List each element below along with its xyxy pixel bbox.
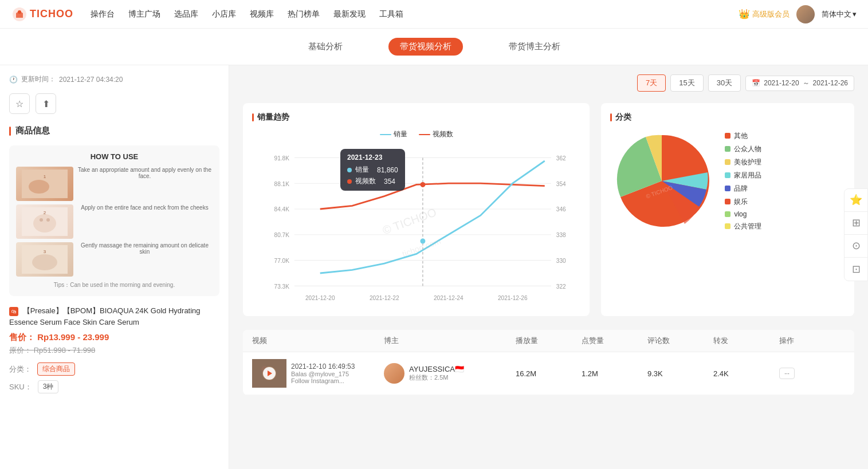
update-time: 🕐 更新时间： 2021-12-27 04:34:20 bbox=[9, 74, 219, 84]
blogger-details: AYUJESSICA🇮🇩 粉丝数：2.5M bbox=[409, 365, 464, 382]
legend-item-home: 家居用品 bbox=[725, 171, 761, 180]
play-icon bbox=[268, 371, 272, 376]
how-to-use-title: HOW TO USE bbox=[16, 152, 213, 161]
svg-point-7 bbox=[40, 218, 43, 222]
play-button[interactable] bbox=[263, 367, 276, 380]
svg-text:338: 338 bbox=[556, 232, 566, 238]
tab-video-analysis[interactable]: 带货视频分析 bbox=[388, 38, 463, 56]
plays-value: 16.2M bbox=[516, 369, 582, 378]
svg-point-3 bbox=[29, 180, 49, 194]
nav-link-rankings[interactable]: 热门榜单 bbox=[288, 9, 320, 19]
chart-legend: 销量 视频数 bbox=[252, 129, 580, 139]
pie-chart-svg: © TICHOO bbox=[610, 129, 713, 232]
legend-item-vlog: vlog bbox=[725, 210, 761, 218]
chevron-down-icon: ▾ bbox=[853, 10, 857, 18]
filter-30days[interactable]: 30天 bbox=[708, 74, 741, 92]
edge-qr-icon[interactable]: ⊡ bbox=[845, 258, 867, 281]
original-price: 原价： Rp51.998 - 71.998 bbox=[9, 345, 219, 356]
nav-link-discover[interactable]: 最新发现 bbox=[333, 9, 366, 19]
right-content: 7天 15天 30天 📅 2021-12-20 ～ 2021-12-26 销量趋… bbox=[229, 65, 868, 469]
sku-row: SKU： 3种 bbox=[9, 380, 219, 393]
step-2: 2 Apply on the entire face and neck from… bbox=[16, 204, 213, 239]
product-info-title: 商品信息 bbox=[9, 125, 219, 136]
svg-point-6 bbox=[33, 214, 56, 232]
legend-item-public: 公众人物 bbox=[725, 144, 761, 154]
step-2-image: 2 bbox=[16, 204, 73, 239]
filter-row: 7天 15天 30天 📅 2021-12-20 ～ 2021-12-26 bbox=[243, 74, 854, 92]
avatar[interactable] bbox=[796, 5, 815, 23]
nav-link-products[interactable]: 选品库 bbox=[174, 9, 198, 19]
share-button[interactable]: ⬆ bbox=[36, 93, 56, 114]
step-2-text: Apply on the entire face and neck from t… bbox=[77, 204, 213, 211]
entertainment-dot bbox=[725, 199, 730, 204]
date-range[interactable]: 📅 2021-12-20 ～ 2021-12-26 bbox=[745, 76, 854, 91]
blogger-avatar bbox=[384, 363, 404, 384]
action-icons: ☆ ⬆ bbox=[9, 93, 219, 114]
svg-text:354: 354 bbox=[556, 181, 566, 187]
likes-value: 1.2M bbox=[582, 369, 647, 378]
tabs-row: 基础分析 带货视频分析 带货博主分析 bbox=[0, 29, 868, 65]
product-name: 🛍 【Presale】【BPOM】BIOAQUA 24K Gold Hydrat… bbox=[9, 305, 219, 328]
category-row: 分类： 综合商品 bbox=[9, 362, 219, 376]
table-row: 2021-12-10 16:49:53 Balas @mylove_175 Fo… bbox=[243, 352, 854, 395]
col-actions: 操作 bbox=[779, 336, 845, 346]
vip-badge[interactable]: 👑 高级版会员 bbox=[739, 9, 790, 19]
svg-text:84.4K: 84.4K bbox=[274, 206, 290, 212]
comments-value: 9.3K bbox=[647, 369, 713, 378]
nav-link-tools[interactable]: 工具箱 bbox=[379, 9, 403, 19]
product-image-area: HOW TO USE 1 Take an appropriate amount … bbox=[9, 145, 219, 296]
blogger-name: AYUJESSICA🇮🇩 bbox=[409, 365, 464, 373]
step-3-image: 3 bbox=[16, 242, 73, 277]
other-dot bbox=[725, 133, 730, 139]
product-steps: 1 Take an appropriate amount and apply e… bbox=[16, 167, 213, 277]
filter-15days[interactable]: 15天 bbox=[670, 74, 703, 92]
svg-text:88.1K: 88.1K bbox=[274, 181, 290, 187]
edge-grid-icon[interactable]: ⊞ bbox=[845, 212, 867, 235]
tab-basic-analysis[interactable]: 基础分析 bbox=[297, 38, 354, 56]
col-video: 视频 bbox=[252, 336, 384, 346]
nav-link-dashboard[interactable]: 操作台 bbox=[91, 9, 115, 19]
more-button[interactable]: ··· bbox=[779, 368, 795, 379]
legend-item-brand: 品牌 bbox=[725, 184, 761, 194]
svg-text:2021-12-22: 2021-12-22 bbox=[370, 295, 399, 301]
step-1-image: 1 bbox=[16, 167, 73, 201]
legend-item-government: 公共管理 bbox=[725, 222, 761, 231]
home-dot bbox=[725, 172, 730, 178]
svg-text:80.7K: 80.7K bbox=[274, 232, 290, 238]
logo[interactable]: TICHOO bbox=[11, 6, 73, 22]
clock-icon: 🕐 bbox=[9, 76, 18, 84]
legend-item-beauty: 美妆护理 bbox=[725, 157, 761, 167]
svg-point-8 bbox=[46, 218, 50, 222]
sale-price: 售价： Rp13.999 - 23.999 bbox=[9, 332, 219, 343]
nav-link-videos[interactable]: 视频库 bbox=[250, 9, 274, 19]
col-comments: 评论数 bbox=[647, 336, 713, 346]
line-chart-svg: 91.8K 88.1K 84.4K 80.7K 77.0K 73.3K 362 … bbox=[252, 145, 580, 305]
legend-item-entertainment: 娱乐 bbox=[725, 197, 761, 207]
svg-text:2: 2 bbox=[44, 210, 46, 215]
svg-text:91.8K: 91.8K bbox=[274, 155, 290, 161]
nav-link-shops[interactable]: 小店库 bbox=[212, 9, 236, 19]
nav-link-bloggers[interactable]: 博主广场 bbox=[128, 9, 160, 19]
step-3: 3 Gently massage the remaining amount on… bbox=[16, 242, 213, 277]
category-chart-title: 分类 bbox=[610, 112, 845, 123]
svg-text:1: 1 bbox=[44, 174, 46, 179]
favorite-button[interactable]: ☆ bbox=[9, 93, 30, 114]
edge-favorite-icon[interactable]: ⭐ bbox=[845, 189, 867, 212]
sales-chart: 销量趋势 销量 视频数 bbox=[243, 103, 590, 316]
edge-link-icon[interactable]: ⊙ bbox=[845, 235, 867, 258]
svg-point-36 bbox=[420, 182, 425, 187]
col-blogger: 博主 bbox=[384, 336, 516, 346]
calendar-icon: 📅 bbox=[752, 79, 760, 87]
vlog-dot bbox=[725, 211, 730, 217]
filter-7days[interactable]: 7天 bbox=[637, 74, 666, 92]
blogger-cell: AYUJESSICA🇮🇩 粉丝数：2.5M bbox=[384, 363, 516, 384]
language-selector[interactable]: 简体中文 ▾ bbox=[822, 9, 857, 19]
tab-blogger-analysis[interactable]: 带货博主分析 bbox=[497, 38, 572, 56]
top-navigation: TICHOO 操作台 博主广场 选品库 小店库 视频库 热门榜单 最新发现 工具… bbox=[0, 0, 868, 29]
nav-links: 操作台 博主广场 选品库 小店库 视频库 热门榜单 最新发现 工具箱 bbox=[91, 9, 739, 19]
sales-chart-title: 销量趋势 bbox=[252, 112, 580, 123]
video-cell: 2021-12-10 16:49:53 Balas @mylove_175 Fo… bbox=[252, 359, 384, 388]
col-likes: 点赞量 bbox=[582, 336, 647, 346]
videos-legend-line bbox=[419, 134, 430, 135]
video-thumbnail[interactable] bbox=[252, 359, 286, 388]
